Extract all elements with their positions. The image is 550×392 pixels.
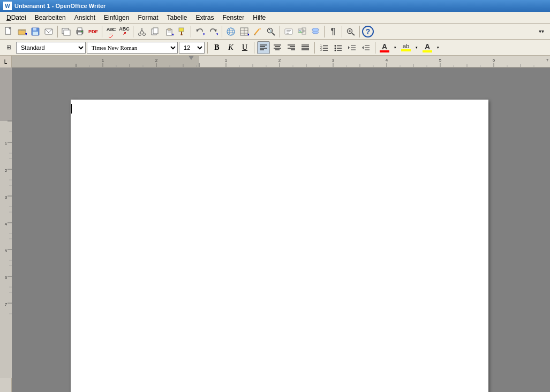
svg-text:▾: ▾ (247, 32, 249, 36)
align-center-button[interactable] (271, 41, 284, 54)
svg-text:▾: ▾ (216, 32, 218, 36)
navigator-button[interactable] (282, 25, 295, 38)
separator-2 (102, 26, 102, 37)
underline-button[interactable]: U (238, 41, 251, 54)
paragraph-style-dropdown[interactable]: Standard (16, 42, 86, 54)
font-color-arrow[interactable]: ▾ (392, 41, 398, 54)
svg-point-17 (143, 33, 146, 35)
menu-hilfe[interactable]: Hilfe (248, 12, 270, 23)
svg-text:▾: ▾ (172, 32, 174, 36)
menu-fenster[interactable]: Fenster (219, 12, 249, 23)
separator-4 (191, 26, 191, 37)
svg-text:1: 1 (102, 58, 104, 63)
separator-fmt1 (207, 42, 208, 54)
ruler-tab-button[interactable]: L (0, 56, 12, 67)
document-page[interactable] (71, 100, 488, 392)
document-area[interactable] (12, 67, 550, 392)
svg-rect-11 (64, 30, 70, 35)
ruler-body: 1 2 1 2 3 4 5 (12, 56, 550, 67)
svg-text:2: 2 (5, 168, 7, 173)
redo-button[interactable]: ▾ (207, 25, 220, 38)
menu-datei[interactable]: DDatei (2, 12, 31, 23)
svg-text:🔭: 🔭 (268, 28, 273, 33)
menu-format[interactable]: Format (133, 12, 162, 23)
svg-text:3: 3 (332, 58, 335, 63)
svg-rect-102 (76, 56, 199, 67)
open-button[interactable]: ▾ (16, 25, 28, 38)
svg-rect-22 (153, 28, 158, 34)
pdf-export-button[interactable]: PDF (87, 25, 100, 38)
menu-tabelle[interactable]: Tabelle (162, 12, 191, 23)
bullet-list-button[interactable] (331, 41, 344, 54)
svg-rect-9 (45, 29, 52, 34)
align-left-button[interactable] (257, 41, 270, 54)
print-preview-button[interactable] (60, 25, 73, 38)
print-button[interactable] (73, 25, 86, 38)
hyperlink-button[interactable] (224, 25, 237, 38)
nonprint-chars-button[interactable]: ¶ (327, 25, 340, 38)
insert-table-button[interactable]: ▾ (238, 25, 251, 38)
svg-rect-24 (168, 28, 171, 31)
gallery-button[interactable] (296, 25, 308, 38)
save-button[interactable] (29, 25, 42, 38)
svg-point-86 (335, 45, 336, 47)
separator-5 (222, 26, 222, 37)
toolbar-formatting: ⊞ Standard Times New Roman 12 B K U 1.2.… (0, 40, 550, 56)
spellcheck-button[interactable]: ABC ~~~ (104, 25, 117, 38)
svg-text:3.: 3. (320, 48, 322, 51)
svg-rect-7 (33, 28, 36, 31)
numbered-list-button[interactable]: 1.2.3. (318, 41, 330, 54)
italic-button[interactable]: K (224, 41, 237, 54)
main-area: 1 2 3 4 5 6 (0, 67, 550, 392)
style-indicator[interactable]: ⊞ (2, 41, 15, 54)
font-color-control[interactable]: A (378, 43, 391, 52)
svg-point-90 (335, 49, 336, 51)
svg-line-44 (254, 29, 259, 35)
draw-button[interactable] (251, 25, 264, 38)
justify-button[interactable] (299, 41, 312, 54)
align-right-button[interactable] (285, 41, 298, 54)
char-background-control[interactable]: A (421, 43, 434, 52)
svg-point-36 (229, 28, 232, 35)
font-size-dropdown[interactable]: 12 (179, 42, 205, 54)
font-dropdown[interactable]: Times New Roman (87, 42, 178, 54)
increase-indent-button[interactable] (359, 41, 372, 54)
svg-point-15 (81, 31, 82, 32)
toolbar-overflow: ▾▾ (535, 25, 548, 38)
email-button[interactable] (42, 25, 55, 38)
copy-button[interactable] (149, 25, 162, 38)
cut-button[interactable] (135, 25, 148, 38)
svg-marker-92 (348, 46, 350, 49)
highlight-arrow[interactable]: ▾ (413, 41, 420, 54)
svg-text:2: 2 (278, 58, 281, 63)
menu-einfuegen[interactable]: Einfügen (100, 12, 133, 23)
svg-rect-8 (33, 32, 38, 35)
format-brush-button[interactable] (176, 25, 189, 38)
bold-button[interactable]: B (210, 41, 223, 54)
undo-button[interactable]: ▾ (193, 25, 206, 38)
svg-text:▾: ▾ (203, 32, 205, 36)
svg-rect-58 (302, 32, 306, 34)
data-source-button[interactable] (309, 25, 322, 38)
separator-fmt3 (314, 42, 315, 54)
svg-rect-28 (179, 28, 184, 32)
svg-marker-96 (362, 46, 364, 49)
toolbar-more-button[interactable]: ▾▾ (535, 25, 548, 38)
svg-text:4: 4 (5, 222, 7, 227)
menu-ansicht[interactable]: Ansicht (70, 12, 100, 23)
menu-bearbeiten[interactable]: Bearbeiten (31, 12, 70, 23)
character-highlight-control[interactable]: ab (400, 43, 412, 51)
svg-line-48 (272, 33, 275, 35)
find-button[interactable]: 🔭 (265, 25, 277, 38)
separator-fmt2 (254, 42, 254, 54)
zoom-button[interactable] (344, 25, 357, 38)
autocorrect-button[interactable]: ABC ↗ (118, 25, 131, 38)
help-button[interactable]: ? (362, 26, 374, 37)
decrease-indent-button[interactable] (345, 41, 358, 54)
menu-extras[interactable]: Extras (192, 12, 219, 23)
svg-line-61 (352, 33, 355, 35)
paste-button[interactable]: ▾ (162, 25, 175, 38)
char-bg-arrow[interactable]: ▾ (435, 41, 441, 54)
text-cursor (71, 104, 72, 114)
new-button[interactable] (2, 25, 15, 38)
